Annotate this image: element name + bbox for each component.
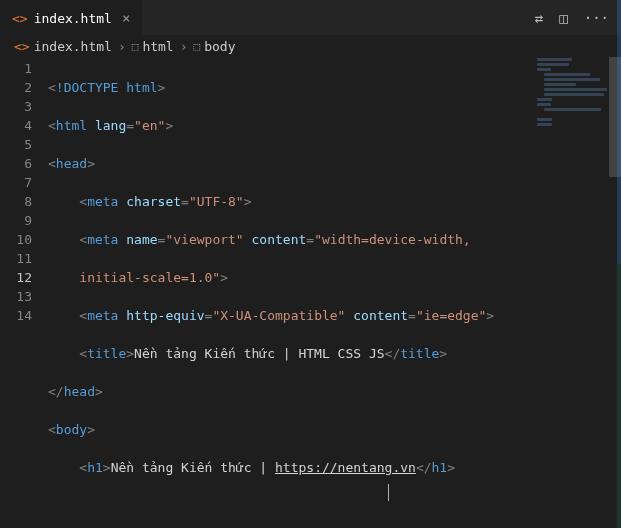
html-file-icon: <> bbox=[12, 11, 28, 26]
code-line[interactable]: <title>Nền tảng Kiến thức | HTML CSS JS<… bbox=[48, 344, 621, 363]
chevron-right-icon: › bbox=[180, 39, 188, 54]
compare-icon[interactable]: ⇄ bbox=[535, 10, 543, 26]
code-line[interactable] bbox=[48, 496, 621, 515]
code-line[interactable]: </head> bbox=[48, 382, 621, 401]
line-number[interactable]: 11 bbox=[0, 249, 32, 268]
line-number[interactable]: 8 bbox=[0, 192, 32, 211]
line-number[interactable]: 5 bbox=[0, 135, 32, 154]
line-number[interactable]: 6 bbox=[0, 154, 32, 173]
element-icon: ⬚ bbox=[194, 40, 201, 53]
close-icon[interactable]: × bbox=[122, 10, 130, 26]
code-line[interactable]: <meta http-equiv="X-UA-Compatible" conte… bbox=[48, 306, 621, 325]
code-line[interactable]: <body> bbox=[48, 420, 621, 439]
code-line[interactable]: <meta charset="UTF-8"> bbox=[48, 192, 621, 211]
line-number-gutter: 1 2 3 4 5 6 7 8 9 10 11 12 13 14 bbox=[0, 57, 48, 528]
code-line[interactable]: initial-scale=1.0"> bbox=[48, 268, 621, 287]
breadcrumb-html[interactable]: html bbox=[142, 39, 173, 54]
code-line[interactable]: <head> bbox=[48, 154, 621, 173]
breadcrumb-file[interactable]: index.html bbox=[34, 39, 112, 54]
text-cursor bbox=[388, 484, 389, 501]
line-number[interactable]: 1 bbox=[0, 59, 32, 78]
code-line[interactable]: <!DOCTYPE html> bbox=[48, 78, 621, 97]
tab-index-html[interactable]: <> index.html × bbox=[0, 0, 142, 35]
breadcrumb[interactable]: <> index.html › ⬚ html › ⬚ body bbox=[0, 35, 621, 57]
line-number[interactable]: 4 bbox=[0, 116, 32, 135]
tab-label: index.html bbox=[34, 11, 112, 26]
code-line[interactable]: <meta name="viewport" content="width=dev… bbox=[48, 230, 621, 249]
tabs-container: <> index.html × bbox=[0, 0, 142, 35]
html-file-icon: <> bbox=[14, 39, 30, 54]
code-line[interactable]: <html lang="en"> bbox=[48, 116, 621, 135]
line-number[interactable]: 14 bbox=[0, 306, 32, 325]
tab-bar: <> index.html × ⇄ ◫ ··· bbox=[0, 0, 621, 35]
split-editor-icon[interactable]: ◫ bbox=[559, 10, 567, 26]
chevron-right-icon: › bbox=[118, 39, 126, 54]
line-number[interactable]: 3 bbox=[0, 97, 32, 116]
line-number[interactable]: 12 bbox=[0, 268, 32, 287]
line-number[interactable]: 9 bbox=[0, 211, 32, 230]
code-area[interactable]: <!DOCTYPE html> <html lang="en"> <head> … bbox=[48, 57, 621, 528]
editor: 1 2 3 4 5 6 7 8 9 10 11 12 13 14 <!DOCTY… bbox=[0, 57, 621, 528]
line-number[interactable]: 2 bbox=[0, 78, 32, 97]
line-number[interactable]: 10 bbox=[0, 230, 32, 249]
element-icon: ⬚ bbox=[132, 40, 139, 53]
editor-actions: ⇄ ◫ ··· bbox=[535, 10, 621, 26]
code-line[interactable]: <h1>Nền tảng Kiến thức | https://nentang… bbox=[48, 458, 621, 477]
breadcrumb-body[interactable]: body bbox=[204, 39, 235, 54]
scrollbar-decorations bbox=[617, 0, 621, 528]
line-number[interactable]: 7 bbox=[0, 173, 32, 192]
more-icon[interactable]: ··· bbox=[584, 10, 609, 26]
line-number[interactable]: 13 bbox=[0, 287, 32, 306]
